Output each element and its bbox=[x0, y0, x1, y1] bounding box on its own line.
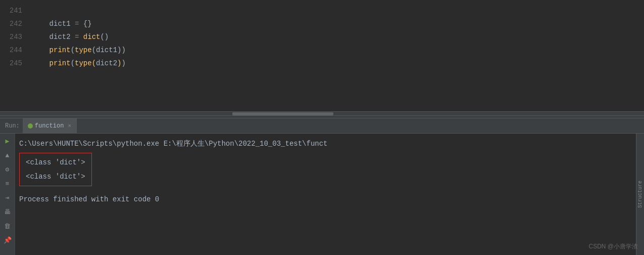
code-line-241 bbox=[32, 4, 644, 17]
run-tab-bar: Run: function × bbox=[0, 118, 644, 134]
code-line-244: print(type(dict1)) bbox=[32, 44, 644, 57]
output-area: C:\Users\HUNTE\Scripts\python.exe E:\程序人… bbox=[15, 134, 636, 255]
output-result-box: <class 'dict'> <class 'dict'> bbox=[19, 153, 92, 186]
delete-button[interactable]: 🗑 bbox=[2, 221, 13, 232]
play-button[interactable]: ▶ bbox=[2, 136, 13, 147]
code-line-245: print(type(dict2)) bbox=[32, 57, 644, 70]
scroll-up-button[interactable]: ▲ bbox=[2, 150, 13, 161]
run-tab-indicator bbox=[28, 123, 33, 129]
pin-button[interactable]: 📌 bbox=[2, 235, 13, 246]
structure-sidebar: Structure bbox=[636, 134, 644, 255]
code-line-242: dict1 = {} bbox=[32, 17, 644, 30]
run-controls: ▶ ▲ ⚙ ≡ ⇥ 🖶 🗑 📌 bbox=[0, 134, 15, 255]
run-tab-name: function bbox=[35, 122, 64, 130]
code-lines: dict1 = {} dict2 = dict() print(type(dic… bbox=[30, 4, 644, 111]
run-body: ▶ ▲ ⚙ ≡ ⇥ 🖶 🗑 📌 C:\Users\HUNTE\Scripts\p… bbox=[0, 134, 644, 255]
editor-scrollbar[interactable] bbox=[0, 111, 644, 115]
settings-button[interactable]: ⚙ bbox=[2, 164, 13, 175]
command-line: C:\Users\HUNTE\Scripts\python.exe E:\程序人… bbox=[19, 136, 632, 151]
indent-button[interactable]: ⇥ bbox=[2, 192, 13, 203]
watermark: CSDN @小唐学渣 bbox=[588, 242, 638, 251]
output-line-2: <class 'dict'> bbox=[26, 169, 85, 184]
run-panel: Run: function × ▶ ▲ ⚙ ≡ ⇥ 🖶 🗑 📌 C bbox=[0, 118, 644, 255]
code-line-243: dict2 = dict() bbox=[32, 30, 644, 44]
run-tab-close[interactable]: × bbox=[68, 123, 71, 129]
print-button[interactable]: 🖶 bbox=[2, 206, 13, 218]
line-numbers: 241 242 243 244 245 bbox=[0, 4, 30, 111]
output-line-1: <class 'dict'> bbox=[26, 155, 85, 169]
run-label: Run: bbox=[2, 118, 23, 133]
run-tab[interactable]: function × bbox=[23, 118, 77, 133]
format-button[interactable]: ≡ bbox=[2, 178, 13, 189]
structure-label: Structure bbox=[637, 181, 643, 208]
editor-area: 241 242 243 244 245 dict1 = {} dict2 = d… bbox=[0, 0, 644, 111]
process-line: Process finished with exit code 0 bbox=[19, 193, 632, 205]
